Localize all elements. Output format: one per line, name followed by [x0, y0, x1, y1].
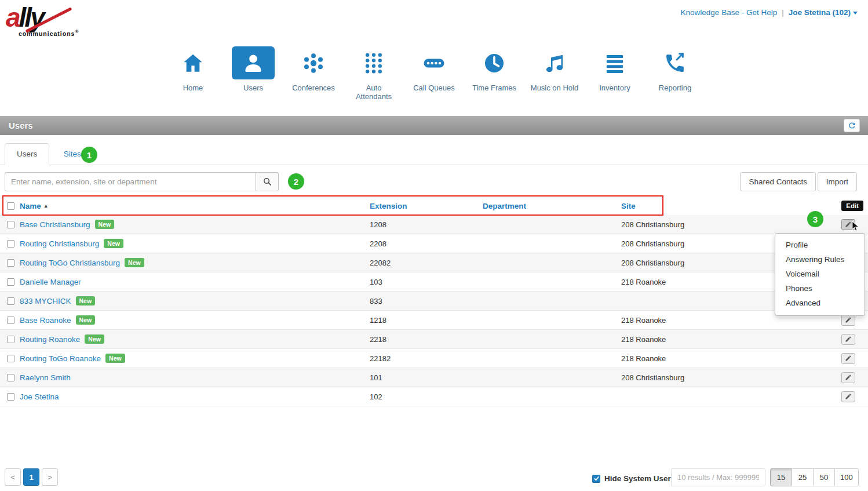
nav-label: Auto Attendants: [349, 83, 398, 101]
menu-item-advanced[interactable]: Advanced: [775, 296, 865, 310]
top-links-separator: |: [782, 8, 784, 17]
shared-contacts-button[interactable]: Shared Contacts: [740, 172, 816, 191]
page-size-50-button[interactable]: 50: [813, 468, 835, 486]
row-checkbox[interactable]: [7, 259, 14, 267]
extension-cell: 102: [370, 392, 483, 401]
extension-cell: 22182: [370, 354, 483, 363]
nav-item-reporting[interactable]: Reporting: [651, 46, 699, 101]
table-row: Routing ToGo RoanokeNew 22182 218 Roanok…: [0, 349, 868, 368]
nav-item-users[interactable]: Users: [229, 46, 278, 101]
row-checkbox[interactable]: [7, 374, 14, 381]
search-icon: [262, 177, 272, 187]
new-badge: New: [125, 258, 144, 267]
user-name-link[interactable]: Routing Roanoke: [20, 335, 80, 344]
tab-users[interactable]: Users: [5, 143, 49, 165]
row-checkbox[interactable]: [7, 297, 14, 305]
users-table: Name▲ Extension Department Site Base Chr…: [0, 197, 868, 406]
app-window: ally communications® Knowledge Base - Ge…: [0, 0, 868, 491]
menu-item-voicemail[interactable]: Voicemail: [775, 267, 865, 281]
row-checkbox[interactable]: [7, 317, 14, 324]
new-badge: New: [76, 315, 96, 325]
sort-ascending-icon: ▲: [43, 203, 49, 209]
ally-logo: ally communications®: [6, 3, 81, 44]
user-menu[interactable]: Joe Stetina (102): [789, 8, 858, 17]
menu-item-phones[interactable]: Phones: [775, 281, 865, 296]
page-title: Users: [9, 121, 33, 130]
prev-page-button[interactable]: <: [5, 468, 21, 486]
table-row: Raelynn Smith 101 208 Christiansburg: [0, 368, 868, 387]
conferences-icon: [302, 52, 325, 75]
user-name-link[interactable]: Base Christiansburg: [20, 220, 90, 229]
nav-label: Time Frames: [470, 83, 519, 92]
page-size-100-button[interactable]: 100: [834, 468, 859, 486]
nav-item-music-on-hold[interactable]: Music on Hold: [530, 46, 579, 101]
next-page-button[interactable]: >: [42, 468, 58, 486]
search-bar: [5, 172, 279, 191]
table-row: Danielle Manager 103 218 Roanoke: [0, 272, 868, 292]
edit-button[interactable]: [841, 334, 855, 345]
new-badge: New: [105, 354, 125, 363]
nav-item-auto-attendants[interactable]: Auto Attendants: [349, 46, 398, 101]
site-cell: 218 Roanoke: [621, 354, 841, 363]
edit-button[interactable]: [841, 219, 855, 230]
menu-item-profile[interactable]: Profile: [775, 238, 865, 252]
main-navigation: Home Users Conferences Auto Attendants C…: [0, 46, 868, 101]
table-row: Joe Stetina 102: [0, 387, 868, 406]
nav-item-home[interactable]: Home: [169, 46, 217, 101]
search-input[interactable]: [5, 172, 256, 191]
pencil-icon: [845, 374, 852, 381]
user-name-link[interactable]: Base Roanoke: [20, 316, 71, 325]
edit-button[interactable]: [841, 315, 855, 326]
select-all-checkbox[interactable]: [7, 202, 14, 210]
nav-label: Conferences: [289, 83, 338, 92]
refresh-button[interactable]: [844, 119, 860, 132]
page-size-selector: 15 25 50 100: [770, 468, 859, 486]
search-button[interactable]: [256, 172, 279, 191]
dialpad-icon: [362, 52, 385, 75]
extension-cell: 2218: [370, 335, 483, 344]
nav-item-inventory[interactable]: Inventory: [590, 46, 639, 101]
page-1-button[interactable]: 1: [23, 468, 39, 486]
page-size-25-button[interactable]: 25: [792, 468, 814, 486]
row-checkbox[interactable]: [7, 393, 14, 401]
page-size-15-button[interactable]: 15: [770, 468, 792, 486]
extension-cell: 2208: [370, 239, 483, 248]
nav-item-call-queues[interactable]: Call Queues: [410, 46, 458, 101]
row-checkbox[interactable]: [7, 240, 14, 248]
edit-button[interactable]: [841, 372, 855, 383]
edit-button[interactable]: [841, 391, 855, 402]
music-note-icon: [543, 52, 566, 75]
import-button[interactable]: Import: [818, 172, 857, 191]
edit-button[interactable]: [841, 353, 855, 364]
menu-item-answering-rules[interactable]: Answering Rules: [775, 252, 865, 267]
nav-label: Inventory: [590, 83, 639, 92]
user-name-link[interactable]: Danielle Manager: [20, 278, 81, 286]
annotation-step-2: 2: [288, 173, 304, 190]
page-title-bar: Users: [0, 116, 868, 135]
user-name-link[interactable]: Raelynn Smith: [20, 373, 71, 382]
column-header-site[interactable]: Site: [621, 202, 841, 210]
user-name-link[interactable]: Routing ToGo Roanoke: [20, 354, 101, 363]
new-badge: New: [104, 239, 123, 248]
column-header-extension[interactable]: Extension: [370, 202, 483, 210]
results-count-box[interactable]: [671, 468, 765, 486]
user-name-link[interactable]: 833 MYCHICK: [20, 297, 71, 305]
row-checkbox[interactable]: [7, 336, 14, 343]
user-name-link[interactable]: Routing Christiansburg: [20, 239, 99, 248]
nav-item-conferences[interactable]: Conferences: [289, 46, 338, 101]
row-checkbox[interactable]: [7, 221, 14, 228]
nav-label: Call Queues: [410, 83, 458, 92]
nav-label: Music on Hold: [530, 83, 579, 92]
column-header-department[interactable]: Department: [483, 202, 621, 210]
user-name-link[interactable]: Routing ToGo Christiansburg: [20, 259, 120, 267]
row-checkbox[interactable]: [7, 278, 14, 286]
table-row: Routing ToGo ChristiansburgNew 22082 208…: [0, 253, 868, 272]
hide-system-users-checkbox[interactable]: [592, 475, 600, 483]
nav-item-time-frames[interactable]: Time Frames: [470, 46, 519, 101]
annotation-step-3: 3: [807, 211, 823, 227]
column-header-name[interactable]: Name▲: [20, 202, 370, 210]
knowledge-base-link[interactable]: Knowledge Base - Get Help: [681, 8, 778, 17]
user-name-link[interactable]: Joe Stetina: [20, 392, 59, 401]
pagination: < 1 >: [5, 468, 58, 486]
row-checkbox[interactable]: [7, 355, 14, 362]
